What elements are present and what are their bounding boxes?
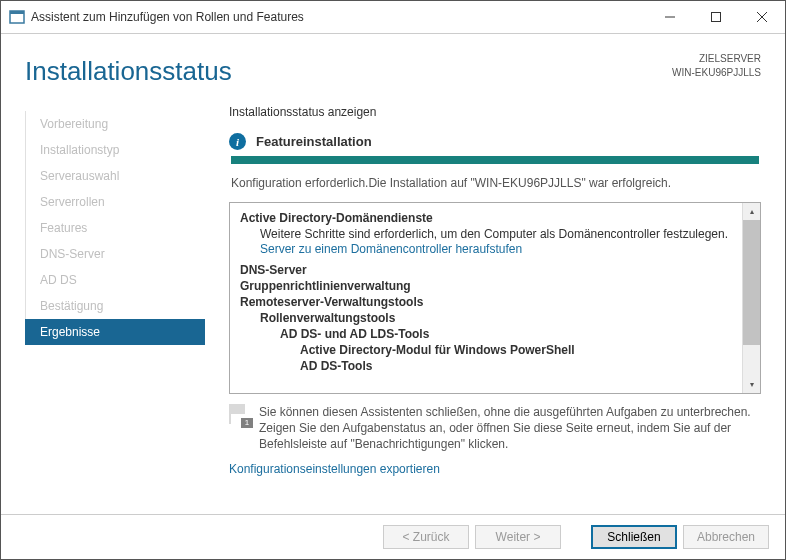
- header-row: Installationsstatus ZIELSERVER WIN-EKU96…: [25, 52, 761, 87]
- sidebar-item-vorbereitung: Vorbereitung: [25, 111, 205, 137]
- app-icon: [9, 9, 25, 25]
- target-server-info: ZIELSERVER WIN-EKU96PJJLLS: [672, 52, 761, 80]
- titlebar: Assistent zum Hinzufügen von Rollen und …: [1, 1, 785, 34]
- info-icon: i: [229, 133, 246, 150]
- page-title: Installationsstatus: [25, 56, 672, 87]
- hint-row: 1 Sie können diesen Assistenten schließe…: [229, 404, 761, 452]
- section-label: Installationsstatus anzeigen: [229, 105, 761, 119]
- tree-adds-header: Active Directory-Domänendienste: [240, 211, 732, 225]
- sidebar-item-features: Features: [25, 215, 205, 241]
- tree-adds-tools: AD DS-Tools: [240, 359, 732, 373]
- hint-text: Sie können diesen Assistenten schließen,…: [259, 404, 761, 452]
- cancel-button: Abbrechen: [683, 525, 769, 549]
- svg-rect-1: [10, 11, 24, 14]
- window-controls: [647, 1, 785, 33]
- sidebar-item-dns-server: DNS-Server: [25, 241, 205, 267]
- progress-bar: [231, 156, 759, 164]
- content-area: Installationsstatus ZIELSERVER WIN-EKU96…: [1, 34, 785, 514]
- close-wizard-button[interactable]: Schließen: [591, 525, 677, 549]
- tree-rsat-header: Remoteserver-Verwaltungstools: [240, 295, 732, 309]
- body: Vorbereitung Installationstyp Serverausw…: [25, 105, 761, 514]
- results-tree: Active Directory-Domänendienste Weitere …: [230, 203, 742, 393]
- sidebar-item-ad-ds: AD DS: [25, 267, 205, 293]
- target-server-label: ZIELSERVER: [672, 52, 761, 66]
- scroll-thumb[interactable]: [743, 220, 760, 345]
- back-button: < Zurück: [383, 525, 469, 549]
- results-tree-box: Active Directory-Domänendienste Weitere …: [229, 202, 761, 394]
- tree-gpo-header: Gruppenrichtlinienverwaltung: [240, 279, 732, 293]
- wizard-window: Assistent zum Hinzufügen von Rollen und …: [0, 0, 786, 560]
- status-title: Featureinstallation: [256, 134, 372, 149]
- tree-dns-header: DNS-Server: [240, 263, 732, 277]
- notifications-badge: 1: [241, 418, 253, 428]
- wizard-steps-sidebar: Vorbereitung Installationstyp Serverausw…: [25, 105, 205, 514]
- sidebar-item-ergebnisse[interactable]: Ergebnisse: [25, 319, 205, 345]
- tree-adlds-tools: AD DS- und AD LDS-Tools: [240, 327, 732, 341]
- sidebar-item-serverauswahl: Serverauswahl: [25, 163, 205, 189]
- export-settings-link[interactable]: Konfigurationseinstellungen exportieren: [229, 462, 761, 476]
- scroll-down-icon[interactable]: ▾: [743, 376, 760, 393]
- next-button: Weiter >: [475, 525, 561, 549]
- window-title: Assistent zum Hinzufügen von Rollen und …: [31, 10, 647, 24]
- close-button[interactable]: [739, 1, 785, 33]
- tree-ps-module: Active Directory-Modul für Windows Power…: [240, 343, 732, 357]
- main-panel: Installationsstatus anzeigen i Featurein…: [205, 105, 761, 514]
- sidebar-item-serverrollen: Serverrollen: [25, 189, 205, 215]
- sidebar-item-bestaetigung: Bestätigung: [25, 293, 205, 319]
- notifications-flag-icon: 1: [229, 404, 251, 426]
- svg-rect-3: [712, 13, 721, 22]
- scroll-track[interactable]: [743, 220, 760, 376]
- footer-buttons: < Zurück Weiter > Schließen Abbrechen: [1, 514, 785, 559]
- tree-rsat-roles: Rollenverwaltungstools: [240, 311, 732, 325]
- target-server-name: WIN-EKU96PJJLLS: [672, 66, 761, 80]
- results-scrollbar[interactable]: ▴ ▾: [742, 203, 760, 393]
- result-message: Konfiguration erforderlich.Die Installat…: [231, 176, 761, 190]
- maximize-button[interactable]: [693, 1, 739, 33]
- promote-dc-link[interactable]: Server zu einem Domänencontroller herauf…: [260, 242, 522, 256]
- minimize-button[interactable]: [647, 1, 693, 33]
- scroll-up-icon[interactable]: ▴: [743, 203, 760, 220]
- sidebar-item-installationstyp: Installationstyp: [25, 137, 205, 163]
- status-row: i Featureinstallation: [229, 133, 761, 150]
- tree-adds-text: Weitere Schritte sind erforderlich, um d…: [240, 227, 732, 241]
